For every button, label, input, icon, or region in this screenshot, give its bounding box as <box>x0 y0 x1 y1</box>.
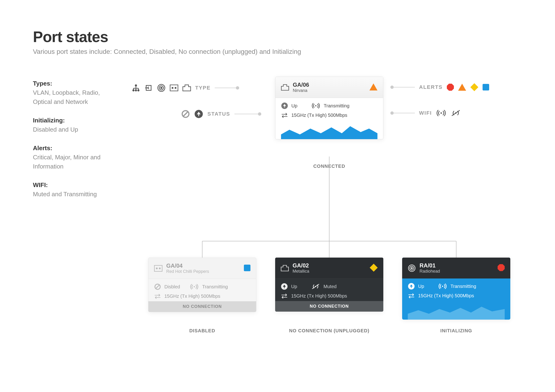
port-card-init[interactable]: RA/01 Radiohead Up Transmitting <box>402 257 510 320</box>
wifi-transmitting-icon <box>436 109 446 117</box>
no-connection-banner: NO CONNECTION <box>148 301 256 312</box>
svg-point-39 <box>411 267 412 269</box>
sidebar-wifi-text: Muted and Transmitting <box>33 190 117 199</box>
port-stats: 15GHz (Tx High) 500Mbps <box>291 113 347 118</box>
sidebar-init-heading: Initializing: <box>33 116 117 125</box>
port-id: GA/04 <box>166 263 209 269</box>
legend-status: STATUS <box>207 111 230 117</box>
port-card-connected[interactable]: GA/06 Nirvana Up Transmitting <box>275 77 383 139</box>
page-subtitle: Various port states include: Connected, … <box>33 48 522 56</box>
svg-line-18 <box>183 112 188 116</box>
sidebar-alerts-text: Critical, Major, Minor and Information <box>33 153 117 171</box>
svg-rect-14 <box>170 85 178 91</box>
network-icon <box>281 84 289 91</box>
swap-icon <box>154 294 161 299</box>
port-status: Up <box>291 103 298 109</box>
up-status-icon <box>408 283 415 290</box>
port-stats: 15GHz (Tx High) 500Mbps <box>291 293 347 299</box>
legend-alerts: ALERTS <box>419 84 443 90</box>
network-icon <box>183 84 191 92</box>
radio-icon <box>408 264 416 272</box>
swap-icon <box>281 293 288 299</box>
sparkline <box>408 301 505 320</box>
network-icon <box>281 265 289 271</box>
alert-minor-icon <box>370 264 378 272</box>
page-title: Port states <box>33 28 522 46</box>
svg-point-15 <box>172 87 173 88</box>
svg-point-16 <box>175 87 176 88</box>
svg-point-0 <box>135 85 137 86</box>
sidebar-wifi-heading: WIFI: <box>33 180 117 190</box>
svg-point-11 <box>161 87 162 89</box>
sidebar: Types: VLAN, Loopback, Radio, Optical an… <box>33 79 117 199</box>
port-name: Metallica <box>292 269 309 274</box>
card-caption-noconn: NO CONNECTION (UNPLUGGED) <box>275 328 383 334</box>
swap-icon <box>281 113 288 118</box>
svg-point-8 <box>138 90 139 91</box>
port-stats: 15GHz (Tx High) 500Mbps <box>418 293 474 299</box>
alert-major-icon <box>458 84 466 91</box>
svg-line-34 <box>156 285 160 289</box>
diagram: TYPE STATUS ALERTS <box>132 79 522 199</box>
card-caption-disabled: DISABLED <box>148 328 256 334</box>
sidebar-types-heading: Types: <box>33 79 117 88</box>
alert-critical-icon <box>447 84 454 91</box>
port-id: GA/06 <box>293 82 309 88</box>
disabled-status-icon <box>181 109 190 118</box>
svg-point-20 <box>440 112 442 114</box>
port-wifi: Transmitting <box>202 284 228 290</box>
card-caption-init: INITIALIZING <box>402 328 510 334</box>
port-status: Up <box>418 284 424 289</box>
alert-minor-icon <box>470 83 478 91</box>
port-wifi: Transmitting <box>324 103 350 109</box>
svg-rect-30 <box>154 265 162 271</box>
port-name: Red Hot Chilli Peppers <box>166 269 209 274</box>
svg-point-35 <box>194 286 195 287</box>
sidebar-types-text: VLAN, Loopback, Radio, Optical and Netwo… <box>33 88 117 107</box>
disabled-status-icon <box>154 283 161 290</box>
alert-info-icon <box>482 84 489 91</box>
wifi-muted-icon <box>451 109 461 117</box>
port-id: RA/01 <box>420 262 440 269</box>
port-name: Nirvana <box>293 88 309 93</box>
svg-point-4 <box>133 90 134 91</box>
alert-info-icon <box>244 265 250 271</box>
port-wifi: Transmitting <box>451 284 476 289</box>
wifi-transmitting-icon <box>438 283 447 289</box>
port-id: GA/02 <box>292 262 309 269</box>
wifi-transmitting-icon <box>190 284 199 290</box>
wifi-muted-icon <box>311 283 320 290</box>
radio-icon <box>157 84 166 92</box>
legend-wifi: WIFI <box>419 110 432 116</box>
port-card-noconn[interactable]: GA/02 Metallica Up Muted 15 <box>275 257 383 312</box>
port-status: Up <box>291 284 297 289</box>
vlan-icon <box>132 84 140 92</box>
svg-point-43 <box>442 285 443 287</box>
port-card-disabled[interactable]: GA/04 Red Hot Chilli Peppers Disbled Tra… <box>148 257 256 312</box>
alert-major-icon <box>369 83 377 91</box>
optical-icon <box>154 265 162 272</box>
loopback-icon <box>144 84 153 92</box>
svg-point-6 <box>135 90 137 91</box>
no-connection-banner: NO CONNECTION <box>275 301 383 312</box>
swap-icon <box>408 293 415 299</box>
wifi-transmitting-icon <box>311 103 321 109</box>
svg-point-24 <box>315 105 316 106</box>
port-stats: 15GHz (Tx High) 500Mbps <box>164 293 220 299</box>
card-caption-connected: CONNECTED <box>275 164 383 169</box>
sparkline <box>281 120 377 139</box>
up-status-icon <box>281 283 288 290</box>
port-wifi: Muted <box>324 284 337 289</box>
legend-type: TYPE <box>195 85 211 91</box>
sidebar-alerts-heading: Alerts: <box>33 144 117 153</box>
sidebar-init-text: Disabled and Up <box>33 125 117 134</box>
port-status: Disbled <box>164 284 180 290</box>
port-name: Radiohead <box>420 269 440 274</box>
alert-critical-icon <box>498 264 505 271</box>
svg-point-31 <box>156 268 157 269</box>
svg-point-32 <box>159 268 161 269</box>
optical-icon <box>170 84 178 92</box>
up-status-icon <box>194 109 203 118</box>
up-status-icon <box>281 102 288 109</box>
